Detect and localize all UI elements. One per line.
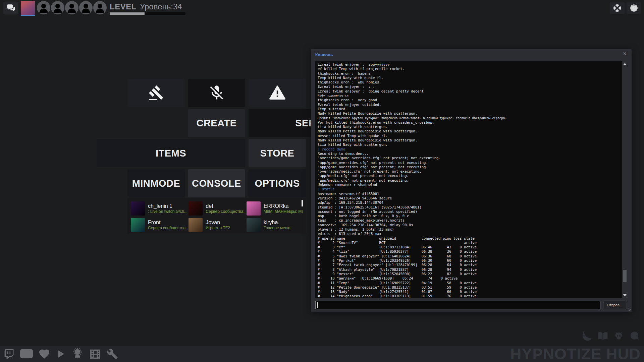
friend-name: ch_lenin 1 — [148, 203, 187, 209]
console-line: thighsocks.eron : wbu homies — [318, 80, 620, 84]
console-line: ] status — [318, 187, 620, 191]
friends-scrollbar-thumb[interactable] — [302, 200, 303, 206]
console-button[interactable]: CONSOLE — [188, 169, 245, 197]
console-line: # 7 "Ezreal twink enjoyer" [U:1:12847019… — [318, 263, 620, 267]
scroll-up-icon[interactable] — [623, 63, 627, 65]
console-line: # userid name uniqueid connected ping lo… — [318, 236, 620, 241]
friend-avatar — [189, 201, 203, 216]
console-line: # 2 "SourceTV" BOT active — [318, 241, 620, 245]
friend-status: МпМ: МАННёвры: Ма... — [264, 209, 303, 214]
submit-button[interactable]: Отправ... — [603, 301, 626, 309]
placeholder-avatars — [37, 1, 107, 14]
store-button[interactable]: STORE — [249, 139, 306, 167]
console-line: messer killed Temp with quake_rl. — [318, 134, 620, 138]
mic-muted-icon — [208, 84, 225, 102]
console-line: Nady killed Petite Bourgeoisie with scat… — [318, 111, 620, 116]
mute-button[interactable] — [188, 79, 245, 107]
resize-grip[interactable] — [626, 307, 631, 311]
level-label: LEVEL — [110, 2, 137, 11]
tvshare-icon[interactable] — [19, 347, 34, 361]
wrench-icon[interactable] — [107, 348, 118, 360]
minmode-button[interactable]: MINMODE — [127, 169, 185, 197]
console-line: 'overrides/game_overrides.cfg' not prese… — [318, 156, 620, 160]
book-icon[interactable] — [597, 330, 608, 342]
chat-button[interactable] — [3, 2, 18, 14]
console-line: Temp killed Nady with quake_rl. — [318, 76, 620, 80]
console-line: hostname: serveme.tf #1463001 — [318, 192, 620, 196]
console-window: Консоль × Ezreal twink enjoyer : sowyyyy… — [311, 49, 632, 312]
close-icon[interactable]: × — [623, 50, 627, 57]
console-line: # 5 "Hwei twink enjoyer" [U:1:64026624] … — [318, 254, 620, 258]
friend-avatar — [131, 201, 145, 216]
friend-item[interactable]: defСервер сообщества:... — [189, 201, 245, 216]
quit-button[interactable] — [627, 2, 641, 14]
create-server-button[interactable]: CREATE — [188, 109, 245, 137]
placeholder-avatar[interactable] — [79, 1, 93, 14]
console-line: Ezreal twink enjoyer : sowyyyyyyy — [318, 62, 620, 67]
console-line: tiia killed Nady with scattergun. — [318, 125, 620, 129]
console-command-input[interactable] — [315, 301, 600, 309]
friend-item[interactable]: JovanИграет в TF2 — [189, 217, 245, 232]
placeholder-avatar[interactable] — [93, 1, 107, 14]
banana-icon[interactable] — [582, 330, 593, 342]
avatar-underline — [21, 15, 35, 16]
console-line: steamid : [A:1:8730625:43116] (902571743… — [318, 205, 620, 209]
console-line: # 6 "Ppr:kut" [U:1:203349526] 06:30 60 0… — [318, 258, 620, 263]
console-line: udp/ip : 169.254.218.144:30704 — [318, 200, 620, 205]
console-line: Ezreal twink enjoyer suicided. — [318, 103, 620, 107]
casual-matchmaking-button[interactable] — [127, 79, 185, 107]
alerts-button[interactable] — [249, 79, 306, 107]
console-log[interactable]: Ezreal twink enjoyer : sowyyyyyyyef kill… — [315, 61, 627, 298]
console-line: # 4 "tiia" [U:1:85930277] 06:38 36 0 act… — [318, 249, 620, 254]
lens-icon[interactable] — [629, 330, 640, 342]
console-line: Nady killed Petite Bourgeoisie with scat… — [318, 129, 620, 133]
film-icon[interactable] — [89, 347, 102, 361]
friend-avatar — [247, 201, 261, 216]
console-line: ef killed Temp with tf_projectile_rocket… — [318, 67, 620, 71]
console-scrollbar-thumb[interactable] — [623, 270, 627, 282]
friend-item[interactable]: ch_lenin 1: Live on twitch.tv/ch... — [131, 201, 187, 216]
console-line: tiia killed Nady with scattergun. — [318, 142, 620, 147]
console-line: account : not logged in (No account spec… — [318, 209, 620, 214]
hud-brand: HYPNOTIZE HUD — [510, 346, 641, 362]
play-icon[interactable] — [55, 348, 66, 360]
placeholder-avatar[interactable] — [51, 1, 64, 14]
level-value: Уровень:34 — [140, 2, 182, 11]
github-icon[interactable] — [613, 330, 624, 342]
placeholder-avatar[interactable] — [65, 1, 78, 14]
gavel-icon — [148, 85, 164, 101]
console-line: thighsocks.eron : very good — [318, 98, 620, 102]
chat-icon — [6, 4, 15, 13]
console-line: map : koth_bagel_rc10 at: 0 x, 0 y, 0 z — [318, 214, 620, 218]
friend-status: : Live on twitch.tv/ch... — [148, 209, 187, 214]
placeholder-avatar[interactable] — [37, 1, 50, 14]
friend-avatar — [247, 218, 261, 232]
console-line: # 10 "англайн" [U:1:1066971609] 05:24 74… — [318, 276, 620, 281]
console-line: Recording to demo.dem... — [318, 152, 620, 156]
hud-credit-icons — [582, 330, 640, 342]
avatar[interactable] — [21, 1, 35, 15]
console-line: # 3 "ef" [U:1:897131084] 06:46 43 0 acti… — [318, 245, 620, 249]
items-button[interactable]: ITEMS — [97, 139, 245, 167]
console-line: # 12 "Petite Bourgeoisie" [U:1:88335137]… — [318, 285, 620, 290]
footer-shortcut-icons — [3, 346, 118, 362]
tf2-main-menu: LEVEL Уровень:34 CREATE SERVERS ITEMS ST… — [0, 0, 644, 362]
console-line: Ezreal twink enjoyer : doing decent pret… — [318, 89, 620, 94]
friend-status: Главное меню — [264, 226, 290, 231]
tf2-logo-button[interactable] — [610, 2, 625, 14]
options-button[interactable]: OPTIONS — [249, 169, 306, 197]
friend-item[interactable]: kiryha.Главное меню — [247, 217, 303, 232]
medal-icon[interactable] — [71, 348, 84, 360]
friend-avatar — [131, 218, 145, 232]
scroll-down-icon[interactable] — [623, 294, 627, 296]
friend-item[interactable]: ERRORkaМпМ: МАННёвры: Ма... — [247, 201, 303, 216]
heart-icon[interactable] — [38, 348, 50, 360]
friend-item[interactable]: FrontСервер сообщества:... — [131, 217, 187, 232]
twitch-icon[interactable] — [3, 348, 15, 360]
level-progress — [110, 12, 185, 15]
tf2-logo-icon — [612, 3, 622, 13]
console-scrollbar[interactable] — [622, 61, 627, 298]
console-line: Unknown command: r_shadowlod — [318, 183, 620, 187]
footer-bar: HYPNOTIZE HUD — [0, 346, 644, 362]
power-icon — [629, 3, 639, 13]
